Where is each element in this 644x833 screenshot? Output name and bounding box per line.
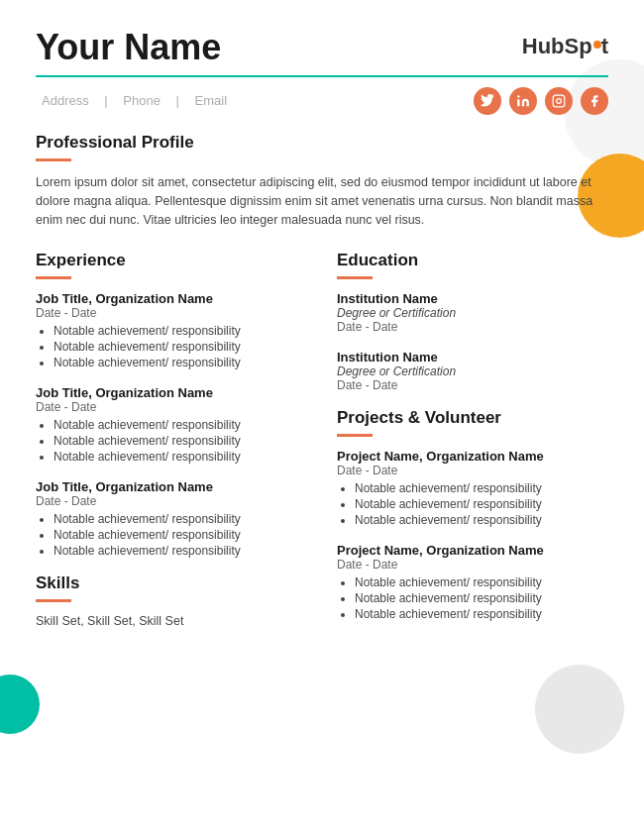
left-column: Experience Job Title, Organization Name … — [36, 251, 307, 637]
address-label: Address — [42, 93, 89, 108]
exp1-title: Job Title, Organization Name — [36, 291, 307, 306]
exp2-title: Job Title, Organization Name — [36, 385, 307, 400]
hubspot-text-hub: Hub — [522, 34, 565, 59]
education-underline — [337, 276, 373, 279]
exp2-bullets: Notable achievement/ responsibility Nota… — [36, 418, 307, 464]
profile-text: Lorem ipsum dolor sit amet, consectetur … — [36, 173, 608, 231]
linkedin-icon[interactable] — [509, 87, 537, 115]
projects-underline — [337, 434, 373, 437]
separator-2: | — [176, 93, 179, 108]
proj2-bullets: Notable achievement/ responsibility Nota… — [337, 575, 608, 621]
education-entry-2: Institution Name Degree or Certification… — [337, 350, 608, 392]
contact-row: Address | Phone | Email — [36, 87, 608, 115]
svg-point-0 — [517, 95, 519, 97]
svg-rect-1 — [553, 95, 565, 107]
exp1-bullets: Notable achievement/ responsibility Nota… — [36, 324, 307, 369]
profile-title: Professional Profile — [36, 133, 608, 153]
edu2-institution: Institution Name — [337, 350, 608, 364]
header-divider — [36, 75, 608, 77]
list-item: Notable achievement/ responsibility — [54, 544, 307, 558]
proj2-date: Date - Date — [337, 558, 608, 572]
hubspot-logo: HubSpt — [522, 34, 608, 59]
resume-page: Your Name HubSpt Address | Phone | Email — [0, 0, 644, 833]
two-column-section: Experience Job Title, Organization Name … — [36, 251, 608, 637]
deco-circle-gray — [535, 665, 624, 754]
profile-underline — [36, 158, 71, 161]
project-entry-2: Project Name, Organization Name Date - D… — [337, 543, 608, 621]
edu2-date: Date - Date — [337, 378, 608, 392]
right-column: Education Institution Name Degree or Cer… — [337, 251, 608, 637]
proj2-title: Project Name, Organization Name — [337, 543, 608, 558]
education-title: Education — [337, 251, 608, 270]
hubspot-text-sp: Sp — [565, 34, 592, 59]
skills-text: Skill Set, Skill Set, Skill Set — [36, 614, 307, 628]
experience-entry-1: Job Title, Organization Name Date - Date… — [36, 291, 307, 369]
instagram-icon[interactable] — [545, 87, 573, 115]
separator-1: | — [104, 93, 107, 108]
projects-section: Projects & Volunteer Project Name, Organ… — [337, 408, 608, 621]
list-item: Notable achievement/ responsibility — [54, 434, 307, 448]
svg-point-2 — [557, 98, 562, 103]
candidate-name: Your Name — [36, 28, 221, 67]
education-entry-1: Institution Name Degree or Certification… — [337, 291, 608, 334]
email-label: Email — [195, 93, 228, 108]
list-item: Notable achievement/ responsibility — [355, 575, 608, 589]
experience-underline — [36, 276, 71, 279]
profile-section: Professional Profile Lorem ipsum dolor s… — [36, 133, 608, 231]
list-item: Notable achievement/ responsibility — [54, 356, 307, 369]
proj1-date: Date - Date — [337, 464, 608, 477]
facebook-icon[interactable] — [581, 87, 608, 115]
twitter-icon[interactable] — [474, 87, 501, 115]
phone-label: Phone — [123, 93, 161, 108]
list-item: Notable achievement/ responsibility — [54, 324, 307, 338]
proj1-title: Project Name, Organization Name — [337, 449, 608, 464]
exp3-title: Job Title, Organization Name — [36, 479, 307, 494]
skills-title: Skills — [36, 573, 307, 593]
edu1-date: Date - Date — [337, 320, 608, 334]
list-item: Notable achievement/ responsibility — [54, 528, 307, 542]
exp3-bullets: Notable achievement/ responsibility Nota… — [36, 512, 307, 558]
deco-circle-teal — [0, 675, 40, 734]
list-item: Notable achievement/ responsibility — [355, 591, 608, 605]
list-item: Notable achievement/ responsibility — [355, 513, 608, 527]
edu2-degree: Degree or Certification — [337, 364, 608, 378]
list-item: Notable achievement/ responsibility — [355, 481, 608, 495]
list-item: Notable achievement/ responsibility — [54, 450, 307, 464]
contact-info: Address | Phone | Email — [36, 93, 233, 108]
list-item: Notable achievement/ responsibility — [54, 340, 307, 354]
exp1-date: Date - Date — [36, 306, 307, 320]
skills-underline — [36, 599, 71, 602]
list-item: Notable achievement/ responsibility — [355, 607, 608, 621]
proj1-bullets: Notable achievement/ responsibility Nota… — [337, 481, 608, 527]
list-item: Notable achievement/ responsibility — [54, 418, 307, 432]
experience-title: Experience — [36, 251, 307, 270]
svg-point-3 — [562, 97, 563, 98]
projects-title: Projects & Volunteer — [337, 408, 608, 428]
edu1-degree: Degree or Certification — [337, 306, 608, 320]
header: Your Name HubSpt — [36, 28, 608, 67]
experience-entry-2: Job Title, Organization Name Date - Date… — [36, 385, 307, 464]
hubspot-text-t: t — [601, 34, 608, 59]
exp2-date: Date - Date — [36, 400, 307, 414]
project-entry-1: Project Name, Organization Name Date - D… — [337, 449, 608, 527]
social-icons — [474, 87, 608, 115]
hubspot-dot-icon — [593, 41, 601, 49]
experience-entry-3: Job Title, Organization Name Date - Date… — [36, 479, 307, 558]
skills-section: Skills Skill Set, Skill Set, Skill Set — [36, 573, 307, 628]
exp3-date: Date - Date — [36, 494, 307, 508]
edu1-institution: Institution Name — [337, 291, 608, 306]
list-item: Notable achievement/ responsibility — [355, 497, 608, 511]
list-item: Notable achievement/ responsibility — [54, 512, 307, 526]
